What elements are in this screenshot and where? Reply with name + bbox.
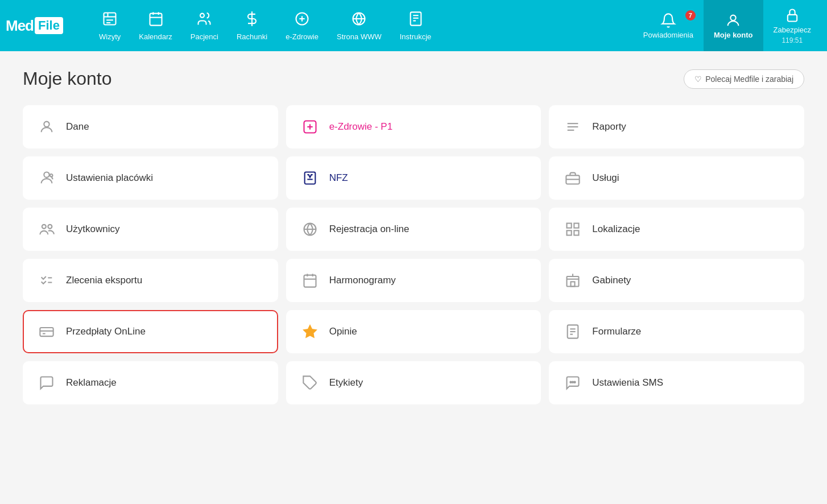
security-label: Zabezpiecz bbox=[774, 26, 811, 34]
recommend-label: Polecaj Medfile i zarabiaj bbox=[705, 75, 793, 84]
wizyty-icon bbox=[102, 11, 118, 30]
ustawienia-sms-label: Ustawienia SMS bbox=[592, 377, 663, 389]
nav-pacjenci-label: Pacjenci bbox=[191, 32, 218, 41]
rejestracja-online-label: Rejestracja on-line bbox=[329, 224, 410, 235]
raporty-icon bbox=[564, 119, 582, 135]
card-ezdrowie-p1[interactable]: e-Zdrowie - P1 bbox=[286, 105, 541, 148]
harmonogramy-label: Harmonogramy bbox=[329, 275, 396, 286]
card-rejestracja-online[interactable]: Rejestracja on-line bbox=[286, 208, 541, 251]
card-reklamacje[interactable]: Reklamacje bbox=[23, 361, 278, 404]
my-account-button[interactable]: Moje konto bbox=[704, 0, 763, 51]
security-button[interactable]: Zabezpiecz 119:51 bbox=[763, 0, 821, 51]
pacjenci-icon bbox=[196, 11, 212, 30]
svg-point-30 bbox=[50, 174, 53, 177]
notifications-label: Powiadomienia bbox=[643, 31, 693, 39]
card-uzytkownicy[interactable]: Użytkownicy bbox=[23, 208, 278, 251]
nav-ezdrowie[interactable]: e-Zdrowie bbox=[278, 6, 326, 46]
svg-rect-16 bbox=[410, 12, 421, 25]
lokalizacje-icon bbox=[564, 221, 582, 237]
przedplaty-online-label: Przedpłaty OnLine bbox=[66, 326, 146, 337]
rejestracja-online-icon bbox=[301, 221, 319, 237]
instrukcje-icon bbox=[408, 11, 424, 30]
svg-point-63 bbox=[574, 382, 576, 383]
logo[interactable]: Med File bbox=[6, 17, 80, 35]
card-harmonogramy[interactable]: Harmonogramy bbox=[286, 259, 541, 302]
raporty-label: Raporty bbox=[592, 121, 626, 133]
card-etykiety[interactable]: Etykiety bbox=[286, 361, 541, 404]
nav-kalendarz[interactable]: Kalendarz bbox=[131, 6, 180, 46]
nav-instrukcje[interactable]: Instrukcje bbox=[392, 6, 440, 46]
navbar: Med File Wizyty Kalendarz Pacjenci Rac bbox=[0, 0, 827, 51]
svg-point-36 bbox=[48, 225, 52, 229]
svg-rect-50 bbox=[571, 282, 575, 286]
card-ustawienia-placowki[interactable]: Ustawienia placówki bbox=[23, 156, 278, 200]
nfz-icon bbox=[301, 170, 319, 186]
cards-grid: Danee-Zdrowie - P1RaportyUstawienia plac… bbox=[23, 105, 804, 404]
account-icon bbox=[725, 13, 741, 28]
svg-point-20 bbox=[731, 15, 736, 20]
card-raporty[interactable]: Raporty bbox=[549, 105, 804, 148]
card-dane[interactable]: Dane bbox=[23, 105, 278, 148]
nav-pacjenci[interactable]: Pacjenci bbox=[183, 6, 226, 46]
card-uslugi[interactable]: Usługi bbox=[549, 156, 804, 200]
nav-strona-www[interactable]: Strona WWW bbox=[329, 6, 390, 46]
svg-point-29 bbox=[44, 172, 49, 177]
nav-wizyty[interactable]: Wizyty bbox=[91, 6, 129, 46]
uslugi-label: Usługi bbox=[592, 172, 619, 184]
card-przedplaty-online[interactable]: Przedpłaty OnLine bbox=[23, 310, 278, 353]
svg-rect-42 bbox=[574, 230, 579, 235]
bell-icon bbox=[660, 13, 676, 28]
ezdrowie-p1-label: e-Zdrowie - P1 bbox=[329, 121, 392, 133]
svg-rect-39 bbox=[567, 224, 572, 228]
security-time: 119:51 bbox=[781, 36, 803, 44]
zlecenia-eksportu-label: Zlecenia eksportu bbox=[66, 275, 142, 286]
ustawienia-placowki-icon bbox=[38, 170, 56, 186]
nav-strona-www-label: Strona WWW bbox=[337, 32, 382, 41]
strona-www-icon bbox=[351, 11, 367, 30]
page-header: Moje konto ♡ Polecaj Medfile i zarabiaj bbox=[23, 68, 804, 89]
card-zlecenia-eksportu[interactable]: Zlecenia eksportu bbox=[23, 259, 278, 302]
notification-badge: 7 bbox=[685, 10, 696, 20]
ustawienia-placowki-label: Ustawienia placówki bbox=[66, 172, 153, 184]
nav-ezdrowie-label: e-Zdrowie bbox=[286, 32, 319, 41]
kalendarz-icon bbox=[148, 11, 164, 30]
notifications-button[interactable]: 7 Powiadomienia bbox=[633, 8, 704, 44]
harmonogramy-icon bbox=[301, 272, 319, 288]
card-lokalizacje[interactable]: Lokalizacje bbox=[549, 208, 804, 251]
nfz-label: NFZ bbox=[329, 172, 348, 184]
card-opinie[interactable]: Opinie bbox=[286, 310, 541, 353]
nav-rachunki[interactable]: Rachunki bbox=[229, 6, 275, 46]
svg-rect-40 bbox=[574, 224, 579, 228]
etykiety-icon bbox=[301, 375, 319, 391]
lokalizacje-label: Lokalizacje bbox=[592, 224, 640, 235]
page-title: Moje konto bbox=[23, 68, 112, 89]
svg-point-22 bbox=[44, 122, 49, 127]
card-formularze[interactable]: Formularze bbox=[549, 310, 804, 353]
nav-items: Wizyty Kalendarz Pacjenci Rachunki e-Zdr… bbox=[91, 6, 633, 46]
zlecenia-eksportu-icon bbox=[38, 272, 56, 288]
recommend-button[interactable]: ♡ Polecaj Medfile i zarabiaj bbox=[684, 69, 804, 89]
account-label: Moje konto bbox=[714, 31, 753, 39]
svg-marker-55 bbox=[303, 325, 316, 337]
dane-label: Dane bbox=[66, 121, 89, 133]
uslugi-icon bbox=[564, 170, 582, 186]
main-content: Moje konto ♡ Polecaj Medfile i zarabiaj … bbox=[0, 51, 827, 504]
uzytkownicy-label: Użytkownicy bbox=[66, 224, 119, 235]
card-nfz[interactable]: NFZ bbox=[286, 156, 541, 200]
heart-icon: ♡ bbox=[694, 75, 702, 84]
svg-point-61 bbox=[570, 382, 572, 383]
uzytkownicy-icon bbox=[38, 221, 56, 237]
rachunki-icon bbox=[244, 11, 260, 30]
svg-rect-5 bbox=[150, 13, 162, 25]
reklamacje-icon bbox=[38, 375, 56, 391]
nav-rachunki-label: Rachunki bbox=[237, 32, 267, 41]
nav-kalendarz-label: Kalendarz bbox=[139, 32, 172, 41]
nav-instrukcje-label: Instrukcje bbox=[400, 32, 432, 41]
gabinety-icon bbox=[564, 272, 582, 288]
opinie-label: Opinie bbox=[329, 326, 357, 337]
logo-med: Med bbox=[6, 17, 34, 35]
svg-point-35 bbox=[42, 225, 46, 229]
card-ustawienia-sms[interactable]: Ustawienia SMS bbox=[549, 361, 804, 404]
opinie-icon bbox=[301, 324, 319, 340]
card-gabinety[interactable]: Gabinety bbox=[549, 259, 804, 302]
